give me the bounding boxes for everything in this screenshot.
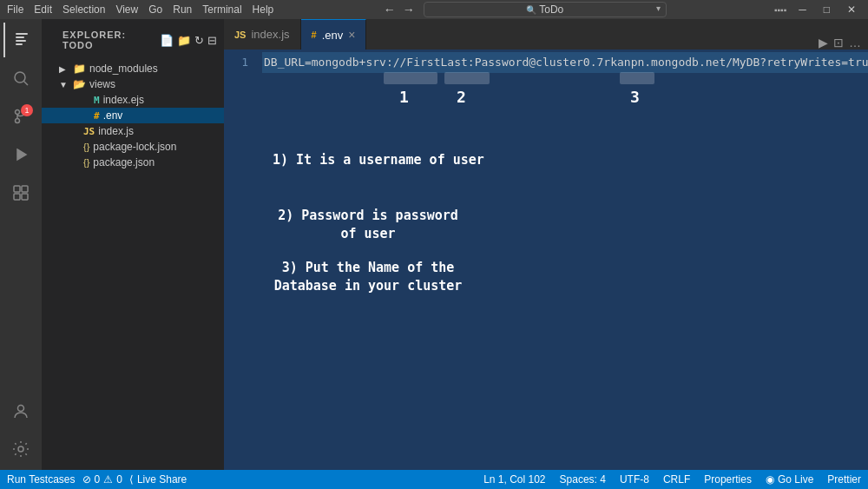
- sidebar-toolbar: 📄 📁 ↻ ⊟: [160, 34, 217, 47]
- svg-rect-12: [14, 194, 20, 200]
- line-number-1: 1: [224, 53, 248, 72]
- annotation-text-3: 3) Put the Name of theDatabase in your c…: [264, 259, 472, 295]
- spaces-indicator[interactable]: Spaces: 4: [560, 473, 606, 486]
- refresh-icon[interactable]: ↻: [194, 34, 204, 47]
- more-actions-icon[interactable]: …: [849, 36, 861, 50]
- sidebar-item-label: index.ejs: [103, 94, 144, 106]
- sidebar-item-package-json[interactable]: {} package.json: [42, 155, 224, 170]
- line-ending-indicator[interactable]: CRLF: [663, 473, 690, 486]
- menu-terminal[interactable]: Terminal: [202, 3, 241, 16]
- menu-run[interactable]: Run: [173, 3, 192, 16]
- annotation-overlay: 1 2 3 1) It is a username of user 2) Pas…: [255, 72, 868, 470]
- tab-index-js[interactable]: JS index.js: [224, 19, 301, 50]
- run-icon[interactable]: ▶: [819, 36, 828, 50]
- activity-bar-bottom: [3, 393, 38, 466]
- title-bar: File Edit Selection View Go Run Terminal…: [0, 0, 868, 19]
- search-text: ToDo: [539, 3, 563, 16]
- activity-source-control[interactable]: 1: [3, 99, 38, 134]
- activity-accounts[interactable]: [3, 393, 38, 428]
- activity-bar: 1: [0, 19, 42, 470]
- svg-point-15: [18, 446, 23, 452]
- collapse-all-icon[interactable]: ⊟: [207, 34, 217, 47]
- sidebar-item-label: package-lock.json: [93, 141, 176, 153]
- tab-js-icon: JS: [234, 30, 246, 40]
- sidebar-item-node-modules[interactable]: ▶ 📁 node_modules: [42, 61, 224, 76]
- highlight-bar-1: [384, 72, 437, 84]
- activity-run[interactable]: [3, 137, 38, 172]
- minimize-button[interactable]: ─: [793, 3, 812, 16]
- svg-rect-3: [16, 43, 23, 45]
- maximize-button[interactable]: □: [819, 3, 835, 16]
- source-control-badge: 1: [21, 104, 33, 116]
- encoding-indicator[interactable]: UTF-8: [620, 473, 649, 486]
- main-layout: 1 EXPLORER: TODO 📄 📁 ↻ ⊟: [0, 19, 868, 470]
- code-line-1: DB_URL=mongodb+srv://FirstLast:Password@…: [262, 53, 861, 72]
- highlight-bar-2: [444, 72, 490, 84]
- sidebar-item-views[interactable]: ▼ 📂 views: [42, 76, 224, 92]
- live-share-label: Live Share: [137, 473, 187, 486]
- chevron-down-icon: ▼: [59, 80, 69, 89]
- svg-point-4: [15, 72, 25, 83]
- run-testcases-label: Run Testcases: [7, 473, 76, 486]
- chevron-right-icon: ▶: [59, 64, 69, 74]
- search-bar[interactable]: 🔍 ToDo ▾: [424, 2, 667, 17]
- json-file-icon: {}: [83, 142, 89, 152]
- editor-content: 1 DB_URL=mongodb+srv://FirstLast:Passwor…: [224, 50, 868, 470]
- svg-line-5: [24, 82, 29, 86]
- tab-close-button[interactable]: ×: [348, 28, 355, 42]
- nav-forward[interactable]: →: [401, 3, 417, 17]
- sidebar-item-label: node_modules: [89, 63, 158, 75]
- sidebar-item-index-ejs[interactable]: M index.ejs: [42, 92, 224, 108]
- live-share-button[interactable]: ⟨ Live Share: [129, 473, 187, 486]
- activity-explorer[interactable]: [3, 23, 38, 57]
- run-testcases-button[interactable]: Run Testcases: [7, 473, 76, 486]
- errors-indicator[interactable]: ⊘ 0 ⚠ 0: [82, 473, 122, 486]
- title-bar-right: ▪▪▪▪ ─ □ ✕: [774, 3, 861, 16]
- sidebar-item-label: index.js: [98, 125, 134, 137]
- go-live-button[interactable]: ◉ Go Live: [766, 473, 813, 486]
- tab-bar: JS index.js # .env × ▶ ⊡ …: [224, 19, 868, 50]
- position-indicator[interactable]: Ln 1, Col 102: [483, 473, 545, 486]
- activity-search[interactable]: [3, 61, 38, 96]
- error-icon: ⊘: [82, 473, 91, 486]
- status-bar: Run Testcases ⊘ 0 ⚠ 0 ⟨ Live Share Ln 1,…: [0, 470, 868, 489]
- sidebar-item-label: views: [89, 78, 115, 90]
- sidebar-item-label: package.json: [93, 156, 155, 169]
- activity-settings[interactable]: [3, 432, 38, 466]
- js-file-icon: JS: [83, 126, 95, 137]
- warning-icon: ⚠: [103, 473, 113, 486]
- prettier-indicator[interactable]: Prettier: [827, 473, 861, 486]
- nav-back[interactable]: ←: [382, 3, 398, 17]
- close-button[interactable]: ✕: [842, 3, 861, 16]
- menu-help[interactable]: Help: [253, 3, 274, 16]
- split-editor-icon[interactable]: ⊡: [833, 36, 844, 50]
- new-folder-icon[interactable]: 📁: [177, 34, 191, 47]
- svg-rect-10: [14, 186, 20, 192]
- tab-env[interactable]: # .env ×: [301, 19, 367, 50]
- chevron-down-icon: ▾: [656, 3, 661, 13]
- annotation-text-1: 1) It is a username of user: [273, 150, 464, 169]
- menu-edit[interactable]: Edit: [34, 3, 52, 16]
- sidebar-item-package-lock[interactable]: {} package-lock.json: [42, 139, 224, 155]
- warning-count: 0: [116, 473, 122, 486]
- folder-icon: 📁: [73, 63, 86, 75]
- code-text: DB_URL=mongodb+srv://FirstLast:Password@…: [262, 52, 868, 73]
- menu-bar: File Edit Selection View Go Run Terminal…: [7, 3, 273, 16]
- annotation-num-2: 2: [457, 88, 466, 107]
- menu-file[interactable]: File: [7, 3, 23, 16]
- menu-go[interactable]: Go: [148, 3, 162, 16]
- tab-label: index.js: [251, 28, 289, 41]
- svg-rect-1: [16, 36, 24, 38]
- activity-extensions[interactable]: [3, 175, 38, 210]
- new-file-icon[interactable]: 📄: [160, 34, 174, 47]
- status-bar-left: Run Testcases ⊘ 0 ⚠ 0 ⟨ Live Share: [7, 473, 187, 486]
- tab-env-icon: #: [312, 30, 317, 40]
- menu-view[interactable]: View: [115, 3, 138, 16]
- code-area[interactable]: DB_URL=mongodb+srv://FirstLast:Password@…: [255, 50, 868, 470]
- properties-indicator[interactable]: Properties: [704, 473, 752, 486]
- sidebar-item-index-js[interactable]: JS index.js: [42, 123, 224, 139]
- sidebar-item-env[interactable]: # .env: [42, 108, 224, 123]
- tab-label-env: .env: [322, 29, 344, 42]
- menu-selection[interactable]: Selection: [62, 3, 105, 16]
- live-share-icon: ⟨: [129, 473, 134, 486]
